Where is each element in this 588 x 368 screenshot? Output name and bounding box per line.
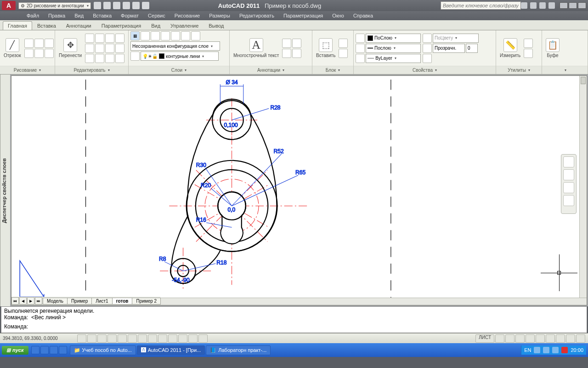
- mtext-button[interactable]: AМногострочный текст: [232, 37, 281, 59]
- copy-icon[interactable]: [85, 34, 94, 43]
- favorite-icon[interactable]: [539, 2, 546, 9]
- ltype-icon[interactable]: [356, 54, 365, 63]
- hardware-accel-icon[interactable]: [556, 334, 565, 343]
- menu-help[interactable]: Справка: [350, 12, 377, 19]
- panel-draw-label[interactable]: Рисование: [0, 66, 55, 74]
- taskbar-item-2[interactable]: 🅰 AutoCAD 2011 - [При...: [137, 345, 205, 355]
- plotstyle-selector[interactable]: ПоЦвету: [433, 34, 479, 43]
- layer-config-selector[interactable]: Несохраненная конфигурация слое: [130, 41, 220, 51]
- ducs-toggle[interactable]: [148, 334, 157, 343]
- erase-icon[interactable]: [85, 54, 94, 63]
- snap-toggle[interactable]: [77, 334, 86, 343]
- tab-home[interactable]: Главная: [3, 21, 32, 30]
- layout-tab-model[interactable]: Модель: [43, 298, 68, 305]
- ql-4[interactable]: [59, 346, 67, 354]
- array-icon[interactable]: [105, 44, 114, 53]
- edit-block-icon[interactable]: [339, 49, 348, 58]
- pan-icon[interactable]: [563, 169, 574, 180]
- panel-clipboard-label[interactable]: [542, 66, 588, 74]
- ellipse-icon[interactable]: [34, 49, 44, 58]
- help-icon[interactable]: [548, 2, 555, 9]
- polyline-icon[interactable]: [24, 39, 34, 48]
- new-icon[interactable]: [94, 2, 101, 9]
- rect-icon[interactable]: [24, 49, 34, 58]
- tray-icon-3[interactable]: [552, 347, 559, 353]
- rotate-icon[interactable]: [95, 34, 104, 43]
- layout-tab-1[interactable]: Пример: [67, 298, 92, 305]
- chamfer-icon[interactable]: [115, 54, 124, 63]
- tab-insert[interactable]: Вставка: [32, 21, 61, 30]
- explode-icon[interactable]: [95, 54, 104, 63]
- mirror-icon[interactable]: [115, 34, 124, 43]
- layer-iso-icon[interactable]: [151, 31, 160, 40]
- layout-tab-4[interactable]: Пример 2: [132, 298, 161, 305]
- app-logo-icon[interactable]: A: [2, 1, 16, 10]
- layout-tab-2[interactable]: Лист1: [91, 298, 112, 305]
- layer-prop-icon[interactable]: ▦: [130, 31, 140, 40]
- ql-3[interactable]: [50, 346, 58, 354]
- tray-icon-1[interactable]: [534, 347, 540, 353]
- menu-modify[interactable]: Редактировать: [236, 12, 278, 19]
- save-icon[interactable]: [113, 2, 120, 9]
- orbit-icon[interactable]: [563, 195, 574, 206]
- isolate-icon[interactable]: [566, 334, 575, 343]
- lwt-toggle[interactable]: [168, 334, 177, 343]
- command-window[interactable]: Выполняется регенерация модели. Команда:…: [1, 306, 587, 333]
- qv-drawings-icon[interactable]: [505, 334, 514, 343]
- polar-toggle[interactable]: [107, 334, 117, 343]
- tab-annotate[interactable]: Аннотации: [61, 21, 96, 30]
- sc-toggle[interactable]: [198, 334, 208, 343]
- list-icon[interactable]: [423, 54, 432, 63]
- language-indicator[interactable]: EN: [524, 347, 531, 353]
- cleanscreen-icon[interactable]: [576, 334, 585, 343]
- move-button[interactable]: ✥Перенести: [57, 37, 84, 59]
- clock[interactable]: 20:00: [571, 347, 583, 353]
- transparency-value[interactable]: 0: [466, 44, 478, 53]
- util1-icon[interactable]: [524, 39, 533, 48]
- layout-tab-3[interactable]: готов: [112, 298, 133, 305]
- layer-misc1-icon[interactable]: [130, 52, 140, 61]
- insert-block-button[interactable]: ⬚Вставить: [314, 37, 337, 59]
- layer-match-icon[interactable]: [191, 31, 200, 40]
- current-layer-selector[interactable]: 💡☀🔓 контурные лини: [141, 52, 219, 61]
- taskbar-item-1[interactable]: 📁 Учеб пособ по Auto...: [70, 345, 136, 355]
- workspace-selector[interactable]: ⚙2D рисование и аннотации: [18, 2, 91, 9]
- menu-format[interactable]: Формат: [117, 12, 142, 19]
- grid-toggle[interactable]: [87, 334, 96, 343]
- trim-icon[interactable]: [105, 34, 114, 43]
- minimize-button[interactable]: [560, 2, 568, 9]
- offset-icon[interactable]: [115, 44, 124, 53]
- menu-file[interactable]: Файл: [23, 12, 43, 19]
- otrack-toggle[interactable]: [138, 334, 147, 343]
- menu-window[interactable]: Окно: [328, 12, 348, 19]
- layer-properties-palette-tab[interactable]: Диспетчер свойств слоев: [0, 75, 10, 306]
- menu-insert[interactable]: Вставка: [89, 12, 115, 19]
- tab-output[interactable]: Вывод: [204, 21, 229, 30]
- tab-nav-prev[interactable]: ◀: [19, 297, 27, 305]
- color-selector[interactable]: ПоСлою: [366, 34, 421, 43]
- dyn-toggle[interactable]: [158, 334, 167, 343]
- hatch-icon[interactable]: [45, 49, 54, 58]
- panel-block-label[interactable]: Блок: [312, 66, 353, 74]
- tab-nav-last[interactable]: ⏭: [35, 297, 42, 305]
- layer-off-icon[interactable]: [181, 31, 190, 40]
- arc-icon[interactable]: [45, 39, 54, 48]
- undo-icon[interactable]: [123, 2, 130, 9]
- panel-modify-label[interactable]: Редактировать: [55, 66, 128, 74]
- tray-icon-2[interactable]: [543, 347, 549, 353]
- close-button[interactable]: [578, 2, 586, 9]
- viewcube-icon[interactable]: [563, 156, 574, 167]
- 3dosnap-toggle[interactable]: [128, 334, 137, 343]
- leader-icon[interactable]: [292, 39, 301, 48]
- redo-icon[interactable]: [132, 2, 140, 9]
- help-search-input[interactable]: [441, 1, 521, 10]
- circle-icon[interactable]: [34, 39, 44, 48]
- start-button[interactable]: ⊞ пуск: [2, 346, 28, 355]
- panel-layers-label[interactable]: Слои: [129, 66, 229, 74]
- dim-misc-icon[interactable]: [292, 49, 301, 58]
- lweight-icon[interactable]: [356, 44, 365, 53]
- fillet-icon[interactable]: [105, 54, 114, 63]
- tab-manage[interactable]: Управление: [165, 21, 204, 30]
- menu-edit[interactable]: Правка: [45, 12, 69, 19]
- zoom-icon[interactable]: [563, 182, 574, 193]
